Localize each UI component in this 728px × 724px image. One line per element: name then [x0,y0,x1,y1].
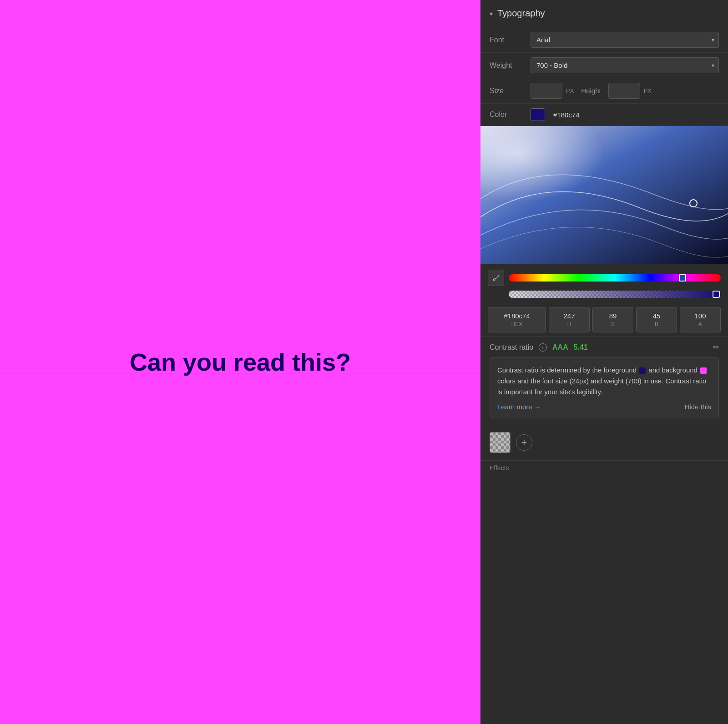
s-input-box[interactable]: 89 S [592,307,633,332]
height-label: Height [581,87,601,95]
height-input[interactable]: 20 [608,83,640,99]
hex-input-box[interactable]: #180c74 HEX [488,307,546,332]
color-swatch[interactable] [531,108,545,121]
px-label-1: PX [566,87,574,94]
color-controls: #180c74 [531,108,580,121]
a-label: A [683,321,718,327]
hue-slider-row [480,264,728,289]
guide-line-bottom [0,373,480,373]
eyedropper-button[interactable] [488,270,504,286]
color-cursor[interactable] [689,199,698,207]
h-value: 247 [552,312,586,320]
size-row: Size 24 PX Height 20 PX [480,78,728,104]
b-input-box[interactable]: 45 B [636,307,677,332]
weight-label: Weight [490,61,531,70]
contrast-info-text: Contrast ratio is determined by the fore… [497,365,711,397]
size-label: Size [490,87,531,95]
b-label: B [639,321,674,327]
bottom-section: + [480,425,728,460]
aaa-badge: AAA [552,343,568,352]
contrast-info-links: Learn more → Hide this [497,403,711,411]
color-hex-display: #180c74 [553,111,580,119]
color-gradient[interactable] [480,126,728,264]
chevron-icon[interactable]: ▾ [490,10,493,17]
hex-label: HEX [491,321,543,327]
right-panel: ▾ Typography Font Arial Helvetica Georgi… [480,0,728,724]
hue-thumb [679,274,686,282]
a-value: 100 [683,312,718,320]
alpha-slider[interactable] [509,291,721,298]
weight-select-wrapper: 700 - Bold 400 - Regular 300 - Light [531,57,719,73]
hex-value: #180c74 [491,312,543,320]
font-select[interactable]: Arial Helvetica Georgia [531,32,719,48]
contrast-section: Contrast ratio i AAA 5.41 ✏ Contrast rat… [480,336,728,425]
contrast-info-box: Contrast ratio is determined by the fore… [490,357,719,418]
alpha-thumb [713,291,720,298]
gradient-svg [480,126,728,264]
a-input-box[interactable]: 100 A [680,307,721,332]
alpha-slider-row [480,289,728,303]
hue-slider[interactable] [509,274,721,282]
effects-label: Effects [480,460,728,475]
svg-rect-1 [480,126,728,264]
color-inputs: #180c74 HEX 247 H 89 S 45 B 100 A [480,303,728,336]
color-label: Color [490,111,531,119]
eyedropper-icon [492,274,500,282]
color-row: Color #180c74 [480,104,728,126]
px-label-2: PX [644,87,652,94]
checkerboard-swatch[interactable] [490,432,511,453]
hide-this-link[interactable]: Hide this [685,403,711,411]
font-row: Font Arial Helvetica Georgia [480,27,728,53]
add-swatch-button[interactable]: + [516,434,532,451]
info-icon[interactable]: i [539,343,547,352]
weight-row: Weight 700 - Bold 400 - Regular 300 - Li… [480,53,728,78]
edit-icon[interactable]: ✏ [713,343,719,352]
guide-line-top [0,253,480,253]
foreground-swatch [639,367,646,374]
b-value: 45 [639,312,674,320]
color-picker: #180c74 HEX 247 H 89 S 45 B 100 A [480,126,728,336]
font-label: Font [490,36,531,44]
canvas-text[interactable]: Can you read this? [130,348,351,376]
h-label: H [552,321,586,327]
canvas-area: Can you read this? [0,0,480,724]
h-input-box[interactable]: 247 H [549,307,590,332]
learn-more-link[interactable]: Learn more → [497,403,541,411]
svg-point-2 [493,280,494,281]
font-select-wrapper: Arial Helvetica Georgia [531,32,719,48]
background-swatch [700,367,707,374]
s-label: S [596,321,630,327]
weight-select[interactable]: 700 - Bold 400 - Regular 300 - Light [531,57,719,73]
contrast-value: 5.41 [574,343,588,352]
size-controls: 24 PX Height 20 PX [531,83,652,99]
s-value: 89 [596,312,630,320]
contrast-ratio-label: Contrast ratio [490,343,533,352]
contrast-row: Contrast ratio i AAA 5.41 ✏ [490,343,719,352]
typography-header: ▾ Typography [480,0,728,27]
panel-title: Typography [497,8,545,19]
size-input[interactable]: 24 [531,83,562,99]
